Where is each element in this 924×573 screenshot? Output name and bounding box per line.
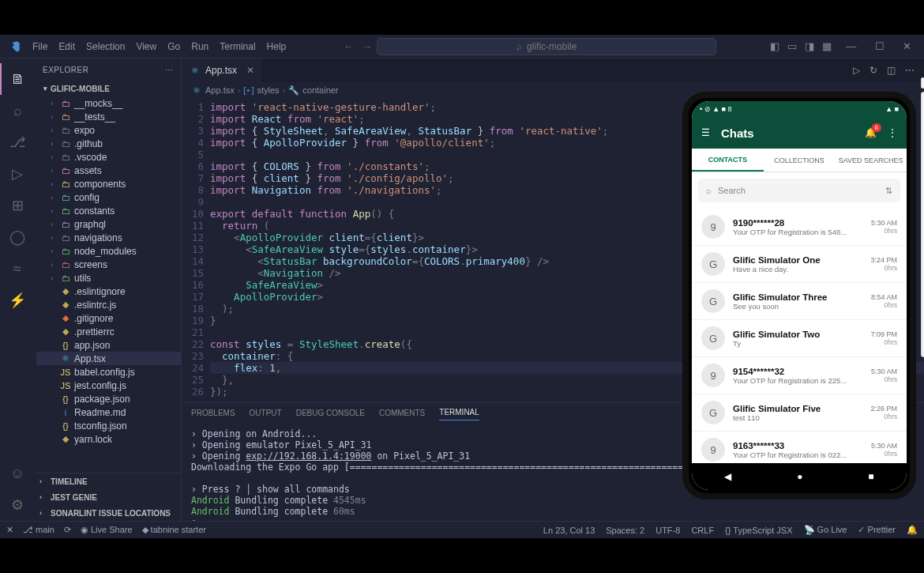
status-item[interactable]: Spaces: 2	[606, 526, 644, 535]
folder-node_modules[interactable]: ›🗀node_modules	[36, 244, 181, 258]
menu-help[interactable]: Help	[261, 41, 292, 52]
app-more-icon[interactable]: ⋮	[888, 127, 897, 138]
activity-sonar-icon[interactable]: ≈	[0, 253, 35, 285]
menu-edit[interactable]: Edit	[53, 41, 81, 52]
window-maximize-icon[interactable]: ☐	[867, 40, 892, 52]
menu-go[interactable]: Go	[162, 41, 186, 52]
file-Readme.md[interactable]: iReadme.md	[36, 405, 181, 419]
status-item[interactable]: ◉ Live Share	[81, 525, 133, 535]
hamburger-icon[interactable]: ☰	[701, 127, 710, 138]
app-tab-collections[interactable]: COLLECTIONS	[764, 149, 836, 172]
chat-row[interactable]: GGlific Simulator ThreeSee you soon8:54 …	[692, 283, 907, 320]
file-.prettierrc[interactable]: ◆.prettierrc	[36, 325, 181, 338]
status-item[interactable]: ◆ tabnine starter	[142, 525, 206, 535]
status-item[interactable]: ⎇ main	[23, 525, 54, 535]
window-close-icon[interactable]: ✕	[895, 40, 919, 52]
split-editor-icon[interactable]: ◫	[887, 65, 896, 76]
status-item[interactable]: {} TypeScript JSX	[725, 526, 792, 535]
menu-view[interactable]: View	[130, 41, 162, 52]
section-jest-genie[interactable]: ›JEST GENIE	[35, 489, 181, 505]
folder-constants[interactable]: ›🗀constants	[36, 204, 181, 217]
status-item[interactable]: ✕	[6, 525, 13, 535]
notifications-button[interactable]: 🔔6	[865, 127, 877, 138]
activity-bolt-icon[interactable]: ⚡	[0, 285, 35, 316]
folder-expo[interactable]: ›🗀expo	[36, 123, 181, 137]
nav-back-icon[interactable]: ←	[339, 41, 358, 52]
search-field[interactable]: ⌕ Search ⇅	[698, 179, 900, 202]
project-section-header[interactable]: ▾ GLIFIC-MOBILE	[35, 81, 181, 96]
menu-file[interactable]: File	[27, 41, 53, 52]
activity-settings-icon[interactable]: ⚙	[0, 489, 35, 521]
folder-graphql[interactable]: ›🗀graphql	[36, 217, 181, 231]
file-tsconfig.json[interactable]: {}tsconfig.json	[36, 419, 181, 432]
file-jest.config.js[interactable]: JSjest.config.js	[36, 379, 181, 392]
layout-customize-icon[interactable]: ▦	[822, 40, 832, 52]
panel-tab-problems[interactable]: PROBLEMS	[191, 409, 235, 420]
folder-__tests__[interactable]: ›🗀__tests__	[36, 110, 181, 123]
panel-tab-output[interactable]: OUTPUT	[250, 409, 282, 420]
chat-list[interactable]: 99190******28Your OTP for Registration i…	[692, 209, 907, 463]
status-bell-icon[interactable]: 🔔	[907, 525, 918, 535]
file-babel.config.js[interactable]: JSbabel.config.js	[36, 365, 181, 379]
sidebar-more-icon[interactable]: ⋯	[165, 66, 174, 74]
status-item[interactable]: 📡 Go Live	[804, 525, 847, 535]
folder-__mocks__[interactable]: ›🗀__mocks__	[36, 96, 181, 110]
breadcrumb-item[interactable]: container	[302, 85, 338, 95]
panel-tab-terminal[interactable]: TERMINAL	[439, 408, 479, 420]
section-timeline[interactable]: ›TIMELINE	[35, 473, 181, 489]
folder-navigations[interactable]: ›🗀navigations	[36, 231, 181, 244]
folder-screens[interactable]: ›🗀screens	[36, 258, 181, 271]
editor-more-icon[interactable]: ⋯	[905, 65, 915, 76]
status-item[interactable]: CRLF	[691, 526, 714, 535]
layout-sidebar-left-icon[interactable]: ◧	[770, 40, 779, 52]
activity-extensions-icon[interactable]: ⊞	[0, 190, 35, 221]
chat-row[interactable]: 99163******33Your OTP for Registration i…	[692, 432, 907, 463]
chat-row[interactable]: GGlific Simulator OneHave a nice day.3:2…	[692, 246, 907, 283]
filter-icon[interactable]: ⇅	[885, 186, 892, 196]
folder-.vscode[interactable]: ›🗀.vscode	[36, 150, 181, 164]
status-item[interactable]: ✓ Prettier	[858, 525, 896, 535]
window-minimize-icon[interactable]: —	[838, 40, 864, 52]
chat-row[interactable]: GGlific Simulator Fivetest 1102:26 PM0hr…	[692, 394, 907, 432]
section-sonarlint-issue-locations[interactable]: ›SONARLINT ISSUE LOCATIONS	[35, 505, 181, 521]
file-yarn.lock[interactable]: ◆yarn.lock	[36, 432, 181, 446]
menu-selection[interactable]: Selection	[81, 41, 130, 52]
status-item[interactable]: Ln 23, Col 13	[543, 526, 595, 535]
nav-home-icon[interactable]: ●	[797, 471, 802, 482]
close-tab-icon[interactable]: ✕	[242, 65, 254, 76]
chat-row[interactable]: 99190******28Your OTP for Registration i…	[692, 209, 907, 246]
file-.gitignore[interactable]: ◆.gitignore	[36, 311, 181, 325]
activity-search-icon[interactable]: ⌕	[0, 95, 35, 126]
layout-sidebar-right-icon[interactable]: ◨	[805, 40, 814, 52]
app-tab-contacts[interactable]: CONTACTS	[692, 149, 764, 172]
file-app.json[interactable]: {}app.json	[36, 338, 181, 352]
nav-recents-icon[interactable]: ■	[868, 471, 873, 482]
menu-terminal[interactable]: Terminal	[214, 41, 261, 52]
nav-back-icon[interactable]: ◀	[724, 471, 731, 482]
folder-config[interactable]: ›🗀config	[36, 190, 181, 204]
file-App.tsx[interactable]: ⚛App.tsx	[36, 352, 181, 365]
nav-forward-icon[interactable]: →	[358, 41, 377, 52]
app-tab-saved-searches[interactable]: SAVED SEARCHES	[835, 149, 907, 172]
activity-github-icon[interactable]: ◯	[0, 221, 35, 253]
editor-tab-app-tsx[interactable]: ⚛ App.tsx ✕	[182, 58, 263, 82]
history-icon[interactable]: ↻	[870, 65, 877, 76]
folder-components[interactable]: ›🗀components	[36, 177, 181, 190]
file-package.json[interactable]: {}package.json	[36, 392, 181, 405]
folder-assets[interactable]: ›🗀assets	[36, 164, 181, 177]
activity-explorer-icon[interactable]: 🗎	[0, 63, 35, 95]
file-.eslintignore[interactable]: ◆.eslintignore	[36, 285, 181, 298]
file-.eslintrc.js[interactable]: ◆.eslintrc.js	[36, 298, 181, 311]
run-icon[interactable]: ▷	[853, 65, 860, 76]
chat-row[interactable]: 99154******32Your OTP for Registration i…	[692, 357, 907, 394]
activity-scm-icon[interactable]: ⎇	[0, 126, 35, 158]
folder-.github[interactable]: ›🗀.github	[36, 137, 181, 150]
chat-row[interactable]: GGlific Simulator TwoTy7:09 PM0hrs	[692, 320, 907, 357]
activity-accounts-icon[interactable]: ☺	[0, 458, 35, 489]
breadcrumb-item[interactable]: App.tsx	[205, 85, 235, 95]
menu-run[interactable]: Run	[186, 41, 214, 52]
command-center[interactable]: ⌕ glific-mobile	[377, 38, 716, 55]
breadcrumb-item[interactable]: styles	[257, 85, 279, 95]
layout-panel-icon[interactable]: ▭	[787, 40, 797, 52]
status-item[interactable]: UTF-8	[655, 526, 680, 535]
